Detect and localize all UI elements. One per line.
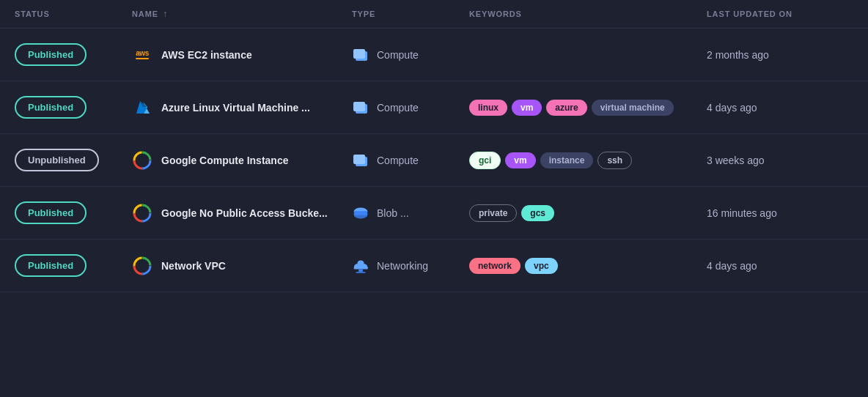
table-row[interactable]: Unpublished Google Compute Instance Co — [0, 134, 868, 187]
header-name[interactable]: NAME ↑ — [132, 9, 352, 19]
table-row[interactable]: Published Azure Linux Virtual Machine ..… — [0, 81, 868, 134]
name-cell: Network VPC — [132, 256, 352, 276]
svg-rect-12 — [353, 155, 365, 164]
table-row[interactable]: Published Google No Public Access Bucke.… — [0, 187, 868, 240]
gcp-logo-icon — [132, 203, 152, 223]
keywords-cell: gci vm instance ssh — [469, 152, 707, 169]
keyword-tag: azure — [546, 100, 586, 116]
header-keywords: KEYWORDS — [469, 10, 707, 18]
type-cell: Compute — [352, 152, 469, 169]
updated-cell: 2 months ago — [707, 49, 853, 61]
status-badge: Published — [15, 254, 87, 277]
type-cell: Compute — [352, 99, 469, 116]
table-row[interactable]: Published aws AWS EC2 instance Compute 2… — [0, 29, 868, 81]
status-cell: Published — [15, 254, 132, 277]
svg-rect-24 — [358, 269, 363, 272]
status-badge: Published — [15, 96, 87, 119]
compute-icon — [352, 46, 369, 64]
status-badge: Published — [15, 201, 87, 224]
keyword-tag: network — [469, 258, 521, 274]
keywords-cell: network vpc — [469, 258, 707, 274]
item-name: Network VPC — [161, 260, 226, 272]
compute-icon — [352, 152, 369, 169]
item-name: Google No Public Access Bucke... — [161, 207, 328, 219]
gcp-logo-icon — [132, 256, 152, 276]
data-table: STATUS NAME ↑ TYPE KEYWORDS LAST UPDATED… — [0, 0, 868, 292]
sort-asc-icon: ↑ — [163, 9, 168, 19]
type-cell: Compute — [352, 46, 469, 64]
keywords-cell: linux vm azure virtual machine — [469, 100, 707, 116]
type-cell: Blob ... — [352, 204, 469, 222]
name-cell: Google No Public Access Bucke... — [132, 203, 352, 223]
keyword-tag: gci — [469, 152, 501, 169]
status-badge: Unpublished — [15, 149, 99, 171]
keyword-tag: instance — [540, 152, 594, 168]
updated-cell: 3 weeks ago — [707, 155, 853, 166]
keyword-tag: vpc — [525, 258, 558, 274]
name-cell: Azure Linux Virtual Machine ... — [132, 97, 352, 118]
name-cell: Google Compute Instance — [132, 150, 352, 171]
svg-rect-25 — [356, 272, 366, 272]
svg-rect-19 — [354, 211, 367, 215]
keyword-tag: virtual machine — [592, 100, 674, 116]
status-cell: Published — [15, 201, 132, 224]
keyword-tag: vm — [505, 152, 535, 168]
table-row[interactable]: Published Network VPC Netwo — [0, 240, 868, 292]
keyword-tag: linux — [469, 100, 507, 116]
keyword-tag: gcs — [521, 205, 554, 221]
aws-logo-icon: aws — [132, 45, 152, 65]
header-type: TYPE — [352, 10, 469, 18]
keyword-tag: private — [469, 204, 517, 222]
name-cell: aws AWS EC2 instance — [132, 45, 352, 65]
item-name: Google Compute Instance — [161, 155, 288, 166]
status-cell: Unpublished — [15, 149, 132, 171]
keywords-cell: private gcs — [469, 204, 707, 222]
blob-icon — [352, 204, 369, 222]
table-header: STATUS NAME ↑ TYPE KEYWORDS LAST UPDATED… — [0, 0, 868, 29]
keyword-tag: ssh — [597, 152, 632, 169]
gcp-logo-icon — [132, 150, 152, 171]
updated-cell: 16 minutes ago — [707, 207, 853, 219]
svg-rect-6 — [353, 102, 365, 111]
updated-cell: 4 days ago — [707, 102, 853, 114]
svg-rect-1 — [353, 49, 365, 59]
azure-logo-icon — [132, 97, 152, 118]
item-name: AWS EC2 instance — [161, 49, 252, 61]
networking-icon — [352, 257, 369, 275]
header-updated: LAST UPDATED ON — [707, 10, 853, 18]
status-cell: Published — [15, 43, 132, 66]
keyword-tag: vm — [512, 100, 542, 116]
type-cell: Networking — [352, 257, 469, 275]
updated-cell: 4 days ago — [707, 260, 853, 272]
compute-icon — [352, 99, 369, 116]
item-name: Azure Linux Virtual Machine ... — [161, 102, 310, 114]
status-badge: Published — [15, 43, 87, 66]
header-status: STATUS — [15, 10, 132, 18]
status-cell: Published — [15, 96, 132, 119]
